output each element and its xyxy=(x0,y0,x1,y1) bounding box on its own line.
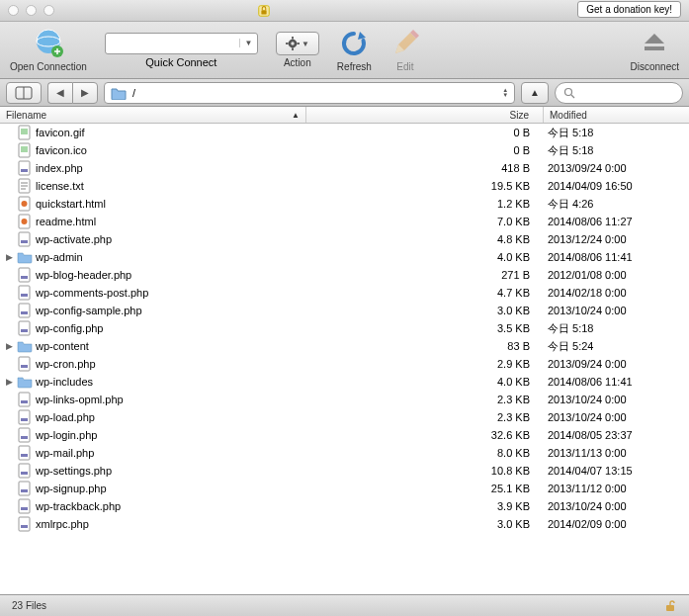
svg-rect-36 xyxy=(19,304,30,317)
file-row[interactable]: wp-load.php2.3 KB2013/10/24 0:00 xyxy=(0,408,689,426)
file-row[interactable]: quickstart.html1.2 KB今日 4:26 xyxy=(0,195,689,213)
file-row[interactable]: index.php418 B2013/09/24 0:00 xyxy=(0,159,689,177)
file-size-label: 4.0 KB xyxy=(306,376,544,388)
file-row[interactable]: wp-trackback.php3.9 KB2013/10/24 0:00 xyxy=(0,497,689,515)
disclosure-triangle-icon[interactable]: ▶ xyxy=(4,341,14,351)
file-type-icon xyxy=(17,285,33,301)
minimize-window-button[interactable] xyxy=(26,5,37,16)
file-modified-label: 2014/04/07 13:15 xyxy=(544,465,689,477)
file-row[interactable]: wp-login.php32.6 KB2014/08/05 23:37 xyxy=(0,426,689,444)
file-row[interactable]: wp-blog-header.php271 B2012/01/08 0:00 xyxy=(0,266,689,284)
nav-forward-button[interactable]: ▶ xyxy=(72,82,98,104)
file-type-icon xyxy=(17,196,33,212)
search-icon xyxy=(563,87,575,99)
svg-rect-44 xyxy=(19,410,30,424)
path-bar: ◀ ▶ / ▲▼ ▲ xyxy=(0,79,689,107)
file-modified-label: 今日 4:26 xyxy=(544,197,689,212)
file-name-label: readme.html xyxy=(36,216,96,227)
quick-connect-input[interactable]: ▼ xyxy=(105,33,258,54)
file-row[interactable]: xmlrpc.php3.0 KB2014/02/09 0:00 xyxy=(0,515,689,533)
file-row[interactable]: favicon.gif0 B今日 5:18 xyxy=(0,124,689,141)
file-size-label: 3.5 KB xyxy=(306,322,544,334)
triangle-up-icon: ▲ xyxy=(530,87,540,98)
donation-key-button[interactable]: Get a donation key! xyxy=(577,1,681,18)
action-button[interactable]: ▼ Action xyxy=(276,32,319,68)
search-input[interactable] xyxy=(555,82,683,104)
column-header-size[interactable]: Size xyxy=(306,107,544,123)
path-combo[interactable]: / ▲▼ xyxy=(104,82,515,104)
disconnect-button[interactable]: Disconnect xyxy=(631,28,679,72)
file-name-label: wp-login.php xyxy=(36,429,97,441)
open-connection-label: Open Connection xyxy=(10,61,87,72)
file-row[interactable]: wp-config.php3.5 KB今日 5:18 xyxy=(0,319,689,337)
edit-label: Edit xyxy=(396,61,413,72)
file-row[interactable]: readme.html7.0 KB2014/08/06 11:27 xyxy=(0,213,689,230)
edit-button[interactable]: Edit xyxy=(389,28,421,72)
file-name-label: wp-settings.php xyxy=(36,465,112,477)
file-row[interactable]: wp-config-sample.php3.0 KB2013/10/24 0:0… xyxy=(0,302,689,319)
svg-rect-1 xyxy=(261,10,266,14)
file-row[interactable]: wp-signup.php25.1 KB2013/11/12 0:00 xyxy=(0,480,689,497)
file-name-label: wp-blog-header.php xyxy=(36,269,131,281)
file-row[interactable]: wp-comments-post.php4.7 KB2014/02/18 0:0… xyxy=(0,284,689,302)
file-list[interactable]: favicon.gif0 B今日 5:18favicon.ico0 B今日 5:… xyxy=(0,124,689,594)
up-directory-button[interactable]: ▲ xyxy=(521,82,549,104)
file-modified-label: 2014/02/09 0:00 xyxy=(544,518,689,530)
svg-rect-8 xyxy=(292,47,294,50)
file-modified-label: 2013/12/24 0:00 xyxy=(544,233,689,245)
file-row[interactable]: wp-settings.php10.8 KB2014/04/07 13:15 xyxy=(0,462,689,480)
file-name-label: index.php xyxy=(36,162,83,174)
file-row[interactable]: wp-mail.php8.0 KB2013/11/13 0:00 xyxy=(0,444,689,462)
file-size-label: 0 B xyxy=(306,144,544,156)
file-type-icon xyxy=(17,481,33,496)
file-modified-label: 2013/09/24 0:00 xyxy=(544,358,689,370)
svg-rect-7 xyxy=(292,37,294,40)
disclosure-triangle-icon[interactable]: ▶ xyxy=(4,377,14,387)
file-size-label: 8.0 KB xyxy=(306,447,544,459)
lock-badge-icon xyxy=(257,4,271,18)
column-header-modified[interactable]: Modified xyxy=(544,107,689,123)
file-name-label: wp-admin xyxy=(36,251,83,263)
file-size-label: 3.0 KB xyxy=(306,305,544,316)
svg-rect-52 xyxy=(19,482,30,495)
file-name-label: wp-config-sample.php xyxy=(36,305,142,316)
bookmarks-button[interactable] xyxy=(6,82,42,104)
file-row[interactable]: ▶wp-content83 B今日 5:24 xyxy=(0,337,689,355)
open-connection-button[interactable]: Open Connection xyxy=(10,28,87,72)
gear-icon xyxy=(286,37,300,50)
column-header-filename[interactable]: Filename ▲ xyxy=(0,107,306,123)
svg-rect-46 xyxy=(19,428,30,442)
file-type-icon xyxy=(17,392,33,407)
zoom-window-button[interactable] xyxy=(43,5,54,16)
quick-connect-dropdown-icon[interactable]: ▼ xyxy=(239,39,257,47)
file-row[interactable]: ▶wp-includes4.0 KB2014/08/06 11:41 xyxy=(0,373,689,391)
file-type-icon xyxy=(17,374,33,390)
file-type-icon xyxy=(17,267,33,283)
file-name-label: wp-cron.php xyxy=(36,358,96,370)
quick-connect-label: Quick Connect xyxy=(145,56,216,68)
file-row[interactable]: favicon.ico0 B今日 5:18 xyxy=(0,141,689,159)
file-row[interactable]: wp-cron.php2.9 KB2013/09/24 0:00 xyxy=(0,355,689,373)
refresh-button[interactable]: Refresh xyxy=(337,28,372,72)
file-row[interactable]: license.txt19.5 KB2014/04/09 16:50 xyxy=(0,177,689,195)
file-row[interactable]: wp-activate.php4.8 KB2013/12/24 0:00 xyxy=(0,230,689,248)
nav-buttons: ◀ ▶ xyxy=(47,82,98,104)
nav-back-button[interactable]: ◀ xyxy=(47,82,72,104)
file-row[interactable]: wp-links-opml.php2.3 KB2013/10/24 0:00 xyxy=(0,391,689,408)
file-modified-label: 2013/09/24 0:00 xyxy=(544,162,689,174)
file-type-icon xyxy=(17,320,33,336)
file-row[interactable]: ▶wp-admin4.0 KB2014/08/06 11:41 xyxy=(0,248,689,266)
file-type-icon xyxy=(17,427,33,443)
disclosure-triangle-icon[interactable]: ▶ xyxy=(4,252,14,262)
file-size-label: 2.3 KB xyxy=(306,394,544,405)
svg-point-27 xyxy=(22,201,28,207)
file-modified-label: 2013/10/24 0:00 xyxy=(544,394,689,405)
unlocked-icon xyxy=(663,599,677,613)
file-type-icon xyxy=(17,356,33,372)
close-window-button[interactable] xyxy=(8,5,19,16)
file-type-icon xyxy=(17,160,33,176)
file-size-label: 0 B xyxy=(306,127,544,138)
file-modified-label: 2014/04/09 16:50 xyxy=(544,180,689,192)
refresh-icon xyxy=(338,28,370,59)
svg-rect-9 xyxy=(286,43,289,44)
